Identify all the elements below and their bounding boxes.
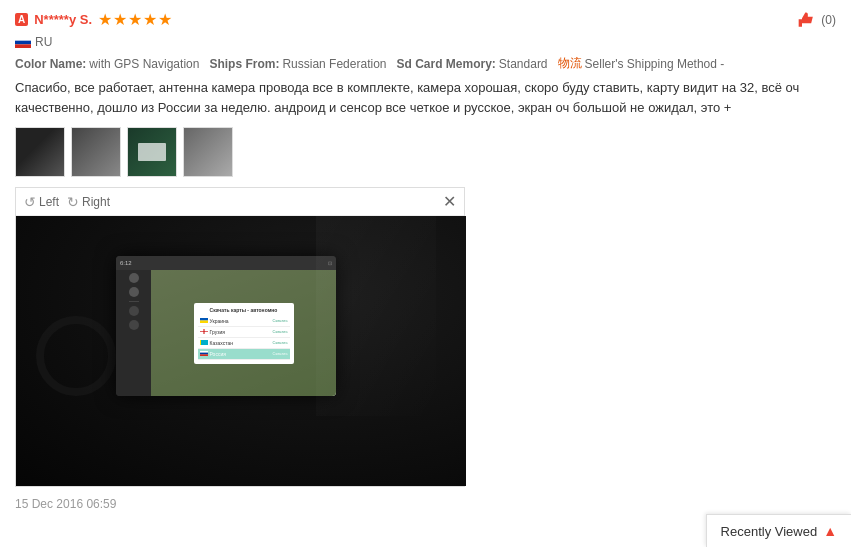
lightbox-nav: ↺ Left ↻ Right bbox=[24, 194, 110, 210]
modal-item-kazakhstan: Казахстан Скачать bbox=[198, 338, 290, 349]
username: N*****y S. bbox=[34, 12, 92, 27]
recently-viewed-label: Recently Viewed bbox=[721, 524, 818, 539]
meta-row: Color Name: with GPS Navigation Ships Fr… bbox=[15, 55, 836, 72]
car-display-simulation: 6:12 ⊡ bbox=[16, 216, 466, 486]
svg-rect-12 bbox=[200, 354, 208, 356]
ru-flag-icon bbox=[15, 37, 31, 48]
svg-rect-2 bbox=[15, 44, 31, 48]
star-rating: ★★★★★ bbox=[98, 10, 173, 29]
close-button[interactable]: ✕ bbox=[443, 192, 456, 211]
sd-value: Standard bbox=[499, 57, 548, 71]
review-date: 15 Dec 2016 06:59 bbox=[15, 497, 836, 511]
thumbnail-3[interactable] bbox=[127, 127, 177, 177]
ali-badge: A bbox=[15, 13, 28, 26]
svg-rect-3 bbox=[200, 318, 208, 321]
sd-label: Sd Card Memory: bbox=[396, 57, 495, 71]
svg-rect-10 bbox=[200, 351, 208, 353]
review-header: A N*****y S. ★★★★★ (0) bbox=[15, 10, 836, 29]
thumbnails-row bbox=[15, 127, 836, 177]
modal-item-georgia: Грузия Скачать bbox=[198, 327, 290, 338]
ships-label: Ships From: bbox=[209, 57, 279, 71]
country-label: RU bbox=[35, 35, 52, 49]
user-info: A N*****y S. ★★★★★ bbox=[15, 10, 173, 29]
svg-rect-1 bbox=[15, 40, 31, 44]
shipping-text: Seller's Shipping Method - bbox=[585, 57, 725, 71]
review-text: Спасибо, все работает, антенна камера пр… bbox=[15, 78, 836, 117]
car-screen: 6:12 ⊡ bbox=[116, 256, 336, 396]
svg-rect-8 bbox=[200, 340, 208, 345]
review-container: A N*****y S. ★★★★★ (0) RU Color Name: wi… bbox=[0, 0, 851, 521]
svg-rect-11 bbox=[200, 353, 208, 355]
nav-left-label: Left bbox=[39, 195, 59, 209]
thumbnail-2[interactable] bbox=[71, 127, 121, 177]
right-arrow-icon: ↻ bbox=[67, 194, 79, 210]
thumbs-up-icon[interactable] bbox=[797, 12, 817, 28]
nav-right-label: Right bbox=[82, 195, 110, 209]
svg-rect-0 bbox=[15, 37, 31, 41]
ships-value: Russian Federation bbox=[282, 57, 386, 71]
modal-item-ukraine: Украина Скачать bbox=[198, 316, 290, 327]
svg-rect-4 bbox=[200, 321, 208, 324]
helpful-count: (0) bbox=[821, 13, 836, 27]
nav-left-button[interactable]: ↺ Left bbox=[24, 194, 59, 210]
color-value: with GPS Navigation bbox=[89, 57, 199, 71]
thumbnail-1[interactable] bbox=[15, 127, 65, 177]
lightbox-image: 6:12 ⊡ bbox=[16, 216, 466, 486]
eye-icon: ▲ bbox=[823, 523, 837, 539]
modal-title: Скачать карты - автономно bbox=[198, 307, 290, 313]
svg-rect-9 bbox=[200, 340, 201, 345]
left-arrow-icon: ↺ bbox=[24, 194, 36, 210]
helpful-section: (0) bbox=[797, 12, 836, 28]
modal-box: Скачать карты - автономно Украина bbox=[194, 303, 294, 364]
thumbnail-4[interactable] bbox=[183, 127, 233, 177]
lightbox: ↺ Left ↻ Right ✕ bbox=[15, 187, 465, 487]
country-row: RU bbox=[15, 35, 836, 49]
nav-right-button[interactable]: ↻ Right bbox=[67, 194, 110, 210]
color-label: Color Name: bbox=[15, 57, 86, 71]
recently-viewed-button[interactable]: Recently Viewed ▲ bbox=[706, 514, 851, 547]
shipping-prefix: 物流 bbox=[558, 55, 582, 72]
svg-rect-7 bbox=[200, 331, 208, 332]
lightbox-header: ↺ Left ↻ Right ✕ bbox=[16, 188, 464, 216]
modal-item-russia: Россия Скачать bbox=[198, 349, 290, 360]
